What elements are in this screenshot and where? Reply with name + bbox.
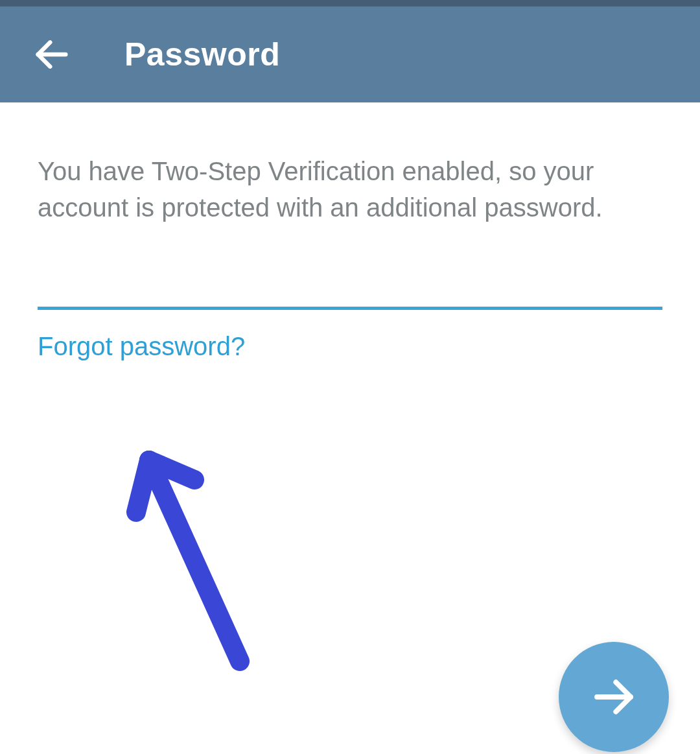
submit-fab[interactable]: [559, 642, 669, 752]
arrow-right-icon: [589, 672, 639, 722]
status-bar: [0, 0, 700, 6]
annotation-arrow-icon: [104, 415, 272, 674]
svg-line-2: [136, 460, 149, 512]
page-title: Password: [124, 36, 280, 73]
svg-line-3: [149, 460, 194, 480]
back-button[interactable]: [31, 34, 73, 75]
password-input[interactable]: [38, 252, 662, 310]
description-text: You have Two-Step Verification enabled, …: [38, 153, 662, 226]
app-bar: Password: [0, 6, 700, 102]
password-field-wrap: [38, 252, 662, 310]
forgot-password-link[interactable]: Forgot password?: [38, 332, 245, 361]
svg-line-1: [149, 460, 240, 661]
arrow-left-icon: [31, 34, 73, 75]
content-area: You have Two-Step Verification enabled, …: [0, 102, 700, 361]
